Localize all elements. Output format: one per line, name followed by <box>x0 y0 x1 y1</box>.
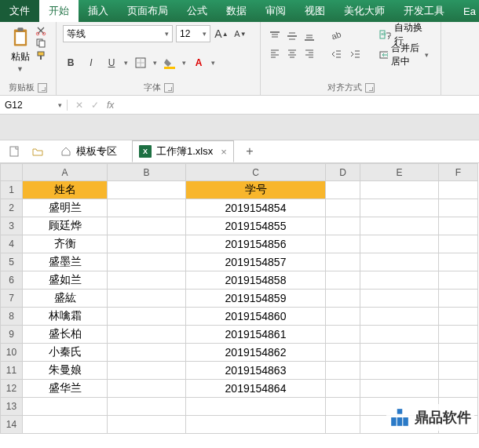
row-header[interactable]: 6 <box>1 271 23 290</box>
cell[interactable] <box>326 217 360 235</box>
cell[interactable] <box>360 308 439 326</box>
open-doc-icon[interactable] <box>30 144 46 159</box>
cell[interactable] <box>360 271 439 290</box>
cell[interactable]: 2019154854 <box>186 199 326 217</box>
add-tab-button[interactable]: + <box>242 144 258 159</box>
cell[interactable] <box>326 362 360 380</box>
cut-button[interactable] <box>35 25 47 36</box>
cell[interactable] <box>108 181 186 199</box>
align-top-button[interactable] <box>267 28 283 44</box>
close-tab-icon[interactable]: × <box>221 146 227 158</box>
cell[interactable] <box>186 416 326 434</box>
cell[interactable] <box>360 253 439 271</box>
cell[interactable] <box>360 380 439 398</box>
cell[interactable] <box>360 199 439 217</box>
merge-center-button[interactable]: 合并后居中▾ <box>374 46 434 64</box>
cell[interactable] <box>326 416 360 434</box>
cell[interactable] <box>326 326 360 344</box>
col-header-D[interactable]: D <box>326 164 360 181</box>
bold-button[interactable]: B <box>63 55 79 71</box>
row-header[interactable]: 14 <box>1 416 23 434</box>
workbook-tab[interactable]: X工作簿1.xlsx× <box>132 140 234 162</box>
format-painter-button[interactable] <box>35 50 47 61</box>
cell[interactable] <box>360 181 439 199</box>
increase-indent-button[interactable] <box>347 46 363 62</box>
col-header-A[interactable]: A <box>23 164 108 181</box>
cell[interactable] <box>360 290 439 308</box>
orientation-button[interactable]: ab <box>328 27 344 43</box>
decrease-indent-button[interactable] <box>328 46 344 62</box>
chevron-down-icon[interactable]: ▾ <box>211 59 215 67</box>
cell[interactable] <box>439 181 478 199</box>
cell[interactable] <box>108 362 186 380</box>
cell[interactable] <box>326 308 360 326</box>
cell[interactable]: 朱曼娘 <box>23 362 108 380</box>
cell[interactable] <box>108 253 186 271</box>
cell[interactable] <box>326 199 360 217</box>
cell[interactable] <box>326 344 360 362</box>
cell[interactable]: 盛如兰 <box>23 271 108 290</box>
cell[interactable] <box>439 362 478 380</box>
copy-button[interactable] <box>35 38 47 49</box>
cell[interactable] <box>108 235 186 253</box>
italic-button[interactable]: I <box>83 55 99 71</box>
enter-formula-icon[interactable]: ✓ <box>91 100 99 111</box>
align-middle-button[interactable] <box>284 28 300 44</box>
tab-5[interactable]: 数据 <box>217 0 256 22</box>
tab-10[interactable]: Ea <box>454 0 479 22</box>
cell[interactable]: 小秦氏 <box>23 344 108 362</box>
col-header-B[interactable]: B <box>108 164 186 181</box>
cell[interactable] <box>108 271 186 290</box>
templates-tab[interactable]: 模板专区 <box>53 140 124 162</box>
tab-6[interactable]: 审阅 <box>256 0 295 22</box>
cell[interactable]: 盛明兰 <box>23 199 108 217</box>
increase-font-button[interactable]: A▲ <box>214 26 229 42</box>
fill-color-button[interactable] <box>162 55 177 71</box>
cell[interactable] <box>108 344 186 362</box>
cell[interactable] <box>326 181 360 199</box>
row-header[interactable]: 8 <box>1 308 23 326</box>
col-header-F[interactable]: F <box>439 164 478 181</box>
cancel-formula-icon[interactable]: ✕ <box>75 100 83 111</box>
cell[interactable]: 2019154859 <box>186 290 326 308</box>
decrease-font-button[interactable]: A▼ <box>232 26 248 42</box>
cell[interactable] <box>108 199 186 217</box>
cell[interactable]: 2019154856 <box>186 235 326 253</box>
cell[interactable]: 姓名 <box>23 181 108 199</box>
cell[interactable] <box>326 253 360 271</box>
cell[interactable] <box>439 253 478 271</box>
cell[interactable] <box>439 380 478 398</box>
cell[interactable]: 2019154862 <box>186 344 326 362</box>
tab-1[interactable]: 开始 <box>39 0 79 22</box>
cell[interactable] <box>326 235 360 253</box>
cell[interactable] <box>108 326 186 344</box>
cell[interactable] <box>326 380 360 398</box>
align-launcher[interactable] <box>365 83 375 93</box>
grid-table[interactable]: ABCDEF 1姓名学号2盛明兰20191548543顾廷烨2019154855… <box>0 163 478 434</box>
cell[interactable] <box>108 416 186 434</box>
cell[interactable] <box>326 290 360 308</box>
font-launcher[interactable] <box>164 83 174 93</box>
chevron-down-icon[interactable]: ▾ <box>182 59 186 67</box>
cell[interactable]: 齐衡 <box>23 235 108 253</box>
cell[interactable] <box>108 308 186 326</box>
row-header[interactable]: 12 <box>1 380 23 398</box>
cell[interactable] <box>360 326 439 344</box>
tab-9[interactable]: 开发工具 <box>394 0 454 22</box>
cell[interactable] <box>23 398 108 416</box>
cell[interactable] <box>360 344 439 362</box>
align-left-button[interactable] <box>267 46 283 61</box>
cell[interactable] <box>439 308 478 326</box>
col-header-C[interactable]: C <box>186 164 326 181</box>
cell[interactable] <box>439 326 478 344</box>
cell[interactable] <box>108 398 186 416</box>
cell[interactable] <box>108 290 186 308</box>
align-right-button[interactable] <box>302 46 317 61</box>
cell[interactable]: 林噙霜 <box>23 308 108 326</box>
cell[interactable] <box>439 199 478 217</box>
cell[interactable]: 2019154861 <box>186 326 326 344</box>
col-header-E[interactable]: E <box>360 164 439 181</box>
cell[interactable]: 2019154864 <box>186 380 326 398</box>
cell[interactable]: 2019154858 <box>186 271 326 290</box>
align-bottom-button[interactable] <box>302 28 317 44</box>
